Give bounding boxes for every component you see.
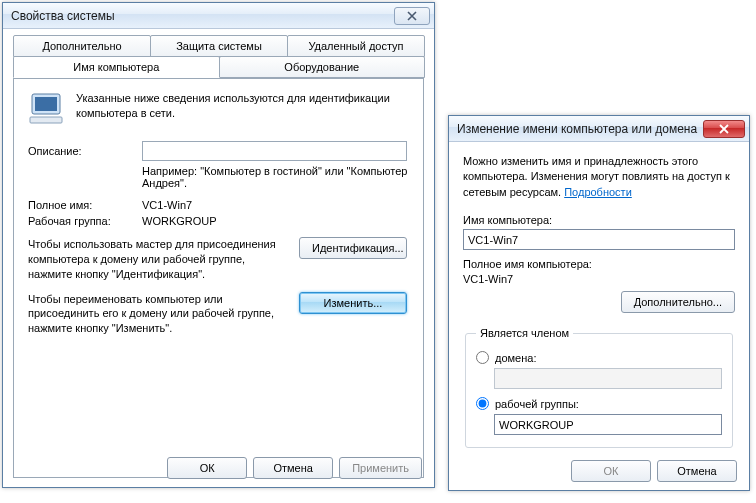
computer-icon — [28, 91, 68, 129]
more-button[interactable]: Дополнительно... — [621, 291, 735, 313]
change-help-text: Чтобы переименовать компьютер или присое… — [28, 292, 299, 337]
ok-button[interactable]: ОК — [167, 457, 247, 479]
apply-button[interactable]: Применить — [339, 457, 422, 479]
domain-radio-label: домена: — [495, 352, 536, 364]
member-of-group: Является членом домена: рабочей группы: — [465, 327, 733, 448]
intro-text: Можно изменить имя и принадлежность этог… — [463, 154, 735, 200]
dialog-button-row: ОК Отмена — [571, 460, 737, 482]
computer-name-label: Имя компьютера: — [463, 214, 735, 226]
workgroup-radio[interactable] — [476, 397, 489, 410]
close-icon[interactable] — [703, 120, 745, 138]
computer-name-input[interactable] — [463, 229, 735, 250]
tab-hardware[interactable]: Оборудование — [219, 56, 426, 78]
tab-system-protection[interactable]: Защита системы — [150, 35, 288, 57]
change-button[interactable]: Изменить... — [299, 292, 407, 314]
workgroup-radio-label: рабочей группы: — [495, 398, 579, 410]
cancel-button[interactable]: Отмена — [253, 457, 333, 479]
header-info-text: Указанные ниже сведения используются для… — [76, 91, 409, 122]
fullname-value: VC1-Win7 — [142, 199, 409, 211]
full-computer-name-value: VC1-Win7 — [463, 273, 735, 285]
svg-rect-1 — [35, 97, 57, 111]
name-domain-change-window: Изменение имени компьютера или домена Мо… — [448, 115, 750, 491]
workgroup-input[interactable] — [494, 414, 722, 435]
svg-rect-2 — [30, 117, 62, 123]
tab-advanced[interactable]: Дополнительно — [13, 35, 151, 57]
workgroup-label: Рабочая группа: — [28, 215, 142, 227]
window-title: Изменение имени компьютера или домена — [457, 122, 703, 136]
fullname-label: Полное имя: — [28, 199, 142, 211]
cancel-button[interactable]: Отмена — [657, 460, 737, 482]
full-computer-name-label: Полное имя компьютера: — [463, 258, 735, 270]
titlebar[interactable]: Свойства системы — [3, 3, 434, 29]
identification-help-text: Чтобы использовать мастер для присоедине… — [28, 237, 299, 282]
system-properties-window: Свойства системы Дополнительно Защита си… — [2, 2, 435, 488]
description-input[interactable] — [142, 141, 407, 161]
details-link[interactable]: Подробности — [564, 186, 632, 198]
dialog-button-row: ОК Отмена Применить — [167, 457, 422, 479]
member-of-legend: Является членом — [476, 327, 573, 339]
window-title: Свойства системы — [11, 9, 394, 23]
description-hint: Например: "Компьютер в гостиной" или "Ко… — [142, 165, 409, 189]
close-icon[interactable] — [394, 7, 430, 25]
domain-input — [494, 368, 722, 389]
tab-strip: Дополнительно Защита системы Удаленный д… — [13, 35, 424, 79]
ok-button[interactable]: ОК — [571, 460, 651, 482]
tab-remote[interactable]: Удаленный доступ — [287, 35, 425, 57]
domain-radio[interactable] — [476, 351, 489, 364]
identification-button[interactable]: Идентификация... — [299, 237, 407, 259]
tab-page-computer-name: Указанные ниже сведения используются для… — [13, 78, 424, 478]
titlebar[interactable]: Изменение имени компьютера или домена — [449, 116, 749, 142]
workgroup-value: WORKGROUP — [142, 215, 409, 227]
description-label: Описание: — [28, 145, 142, 157]
tab-computer-name[interactable]: Имя компьютера — [13, 56, 220, 78]
